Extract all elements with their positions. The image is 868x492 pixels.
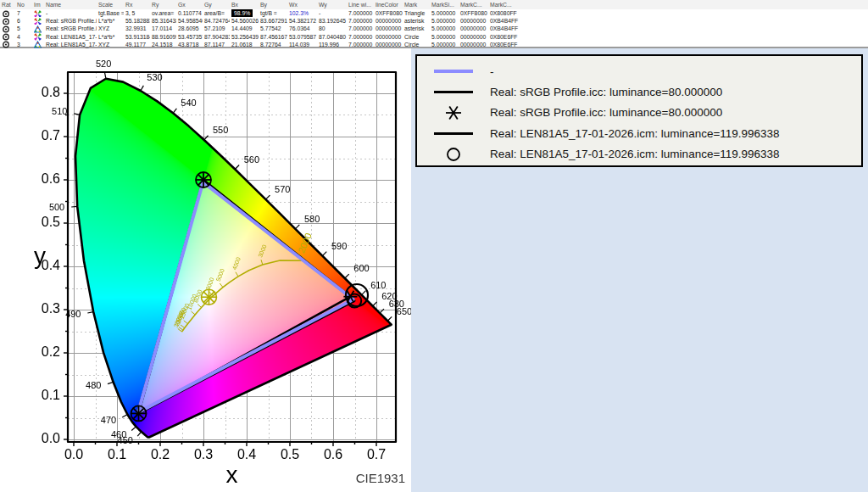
pinwheel-icon xyxy=(32,33,44,41)
cell-mark: asterisk xyxy=(403,17,430,25)
column-header-gx[interactable]: Gx xyxy=(176,0,203,9)
chromaticity-plot-panel xyxy=(0,48,411,492)
cell-bx: 21.0618 xyxy=(230,41,259,48)
column-header-marksi-[interactable]: MarkSi... xyxy=(430,0,459,9)
column-header-gy[interactable]: Gy xyxy=(203,0,230,9)
cell-wy: 87.040480 xyxy=(317,33,347,41)
row-number: 6 xyxy=(15,17,32,25)
legend-circle-icon xyxy=(417,146,490,163)
cell-mark: Circle xyxy=(403,41,430,48)
cell-line_color: 00000000 xyxy=(374,33,403,41)
cell-wx: 76.0364 xyxy=(287,25,317,32)
cell-wx: 114.039 xyxy=(287,41,317,48)
cell-name: Real: LEN81A5_17-0... xyxy=(44,41,97,48)
cell-gx: 43.8718 xyxy=(176,41,203,48)
cell-mark: Circle xyxy=(403,33,430,41)
cell-scale: L*a*b* xyxy=(97,33,124,41)
cell-gx: 0.110774 xyxy=(176,9,203,17)
cell-line_width: 7.000000 xyxy=(347,33,374,41)
table-row[interactable]: 6Real: sRGB Profile.ic...L*a*b*55.182883… xyxy=(0,17,868,25)
column-header-name[interactable]: Name xyxy=(44,0,97,9)
legend-label: Real: LEN81A5_17-01-2026.icm: luminance=… xyxy=(490,127,780,140)
cell-bx: 98.9% xyxy=(230,9,259,17)
legend-label: - xyxy=(490,65,494,78)
cell-wx: 102.3% xyxy=(287,9,317,17)
cell-gx: 53.457357 xyxy=(176,33,203,41)
cell-wy: 119.996 xyxy=(317,41,347,48)
legend-entry: Real: sRGB Profile.icc: luminance=80.000… xyxy=(417,103,861,123)
cell-line_color: 0XFF8080 xyxy=(374,9,403,17)
cell-mark_color2: 0X8080FF xyxy=(488,9,519,17)
cell-mark_color2: 0XB4B4FF xyxy=(488,17,519,25)
cell-ry: 17.0114 xyxy=(150,25,176,32)
table-row[interactable]: 3Real: LEN81A5_17-0...XYZ49.117724.15184… xyxy=(0,41,868,48)
column-header-wy[interactable]: Wy xyxy=(317,0,347,9)
row-selector-icon[interactable] xyxy=(0,17,15,25)
cell-rx: 3, 5 xyxy=(124,9,150,17)
table-row[interactable]: 4Real: LEN81A5_17-0...L*a*b*53.91318488.… xyxy=(0,33,868,41)
column-header-bx[interactable]: Bx xyxy=(230,0,259,9)
table-row[interactable]: 7-tgt.Base =3, 5ov.area=0.110774area/B=9… xyxy=(0,9,868,17)
profile-table: RatNoImNameScaleRxRyGxGyBxByWxWyLine wi.… xyxy=(0,0,868,48)
cell-scale: tgt.Base = xyxy=(97,9,124,17)
cell-line_width: 7.000000 xyxy=(347,17,374,25)
row-selector-icon[interactable] xyxy=(0,33,15,41)
legend-line-black-icon xyxy=(417,132,490,135)
triangle-icon xyxy=(32,25,44,32)
cell-line_width: 7.000000 xyxy=(347,9,374,17)
cell-gy: 87.904283 xyxy=(203,33,230,41)
cell-mark_color2: 0X80E6FF xyxy=(488,33,519,41)
cell-rx: 49.1177 xyxy=(124,41,150,48)
cell-mark: asterisk xyxy=(403,25,430,32)
cell-mark_color: 00000000 xyxy=(459,41,488,48)
cell-by: 8.72764 xyxy=(259,41,287,48)
cie-1931-diagram-canvas xyxy=(0,48,411,492)
column-header-wx[interactable]: Wx xyxy=(287,0,317,9)
cell-bx: 14.4409 xyxy=(230,25,259,32)
column-header-line-wi-[interactable]: Line wi... xyxy=(347,0,374,9)
column-header-scale[interactable]: Scale xyxy=(97,0,124,9)
table-row[interactable]: 5Real: sRGB Profile.ic...XYZ32.993117.01… xyxy=(0,25,868,32)
cell-gx: 54.958540 xyxy=(176,17,203,25)
pinwheel-icon xyxy=(32,9,44,17)
cell-wy: 80 xyxy=(317,25,347,32)
column-header-linecolor[interactable]: lineColor xyxy=(374,0,403,9)
column-header-im[interactable]: Im xyxy=(32,0,44,9)
cell-scale: XYZ xyxy=(97,25,124,32)
column-header-mark[interactable]: Mark xyxy=(403,0,430,9)
cell-mark_size: 5.000000 xyxy=(430,41,459,48)
legend-entry: Real: sRGB Profile.icc: luminance=80.000… xyxy=(417,81,861,102)
triangle-icon xyxy=(32,41,44,48)
table-header-row: RatNoImNameScaleRxRyGxGyBxByWxWyLine wi.… xyxy=(0,0,868,9)
cell-gy: 87.1147 xyxy=(203,41,230,48)
column-header-markc-[interactable]: MarkC... xyxy=(488,0,519,9)
cell-rx: 53.913184 xyxy=(124,33,150,41)
cell-wy: - xyxy=(317,9,347,17)
cell-name: Real: LEN81A5_17-0... xyxy=(44,33,97,41)
column-header-markc-[interactable]: MarkC... xyxy=(459,0,488,9)
cell-rx: 32.9931 xyxy=(124,25,150,32)
cell-wy: 83.192645 xyxy=(317,17,347,25)
legend-box: -Real: sRGB Profile.icc: luminance=80.00… xyxy=(415,54,863,167)
row-selector-icon[interactable] xyxy=(0,41,15,48)
column-header-rat[interactable]: Rat xyxy=(0,0,15,9)
row-number: 3 xyxy=(15,41,32,48)
legend-entry: - xyxy=(417,61,861,81)
cell-mark_color: 00000000 xyxy=(459,17,488,25)
application-window: { "colors": { "target_triangle": "#8C8CF… xyxy=(0,0,868,492)
cell-ry: 88.916099 xyxy=(150,33,176,41)
legend-label: Real: LEN81A5_17-01-2026.icm: luminance=… xyxy=(490,148,780,160)
cell-bx: 53.256439 xyxy=(230,33,259,41)
legend-line-black-icon xyxy=(417,91,490,93)
column-header-ry[interactable]: Ry xyxy=(150,0,176,9)
cell-by: 87.456167 xyxy=(259,33,287,41)
legend-line-lavender-icon xyxy=(417,70,490,73)
cell-gy: 57.2109 xyxy=(203,25,230,32)
column-header-no[interactable]: No xyxy=(15,0,32,9)
column-header-by[interactable]: By xyxy=(259,0,287,9)
row-selector-icon[interactable] xyxy=(0,9,15,17)
cell-line_color: 00000000 xyxy=(374,41,403,48)
column-header-rx[interactable]: Rx xyxy=(124,0,150,9)
cell-by: 83.667291 xyxy=(259,17,287,25)
row-selector-icon[interactable] xyxy=(0,25,15,32)
